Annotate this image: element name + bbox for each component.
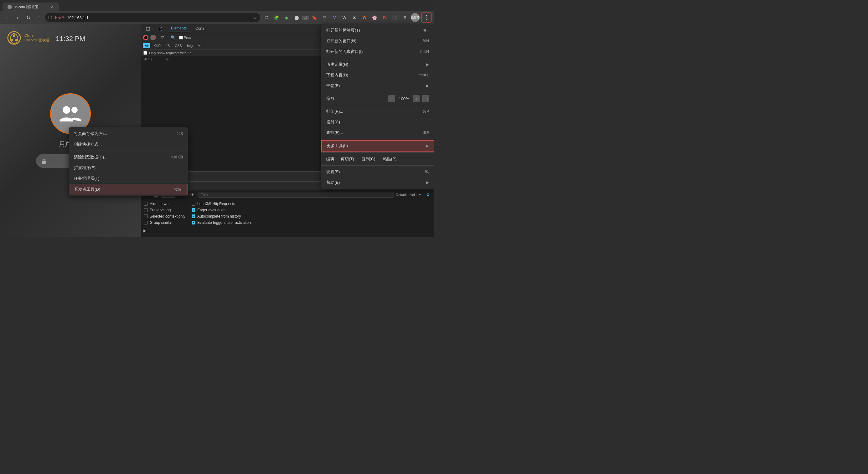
bookmark-icon[interactable]: ☆: [253, 15, 257, 20]
chrome-menu-bookmarks[interactable]: 书签(B) ▶: [321, 81, 434, 91]
unicom-logo: China unicom中国联通: [6, 30, 49, 46]
option-group-similar: Group similar: [144, 220, 185, 225]
menu-dots-button[interactable]: ⋮: [422, 12, 432, 23]
security-label: 不安全: [54, 15, 65, 20]
chrome-menu-new-window[interactable]: 打开新的窗口(N) ⌘N: [321, 36, 434, 46]
chrome-menu-find[interactable]: 查找(F)... ⌘F: [321, 127, 434, 138]
chrome-menu: 打开新的标签页(T) ⌘T 打开新的窗口(N) ⌘N 打开新的无痕窗口(I) ⇧…: [321, 24, 434, 189]
default-levels-arrow[interactable]: ▼: [418, 193, 422, 196]
windscribe-ext-icon[interactable]: W: [340, 13, 349, 22]
chrome-menu-more-tools[interactable]: 更多工具(L) ▶: [321, 140, 434, 152]
paste-button[interactable]: 粘贴(P): [382, 156, 398, 162]
search-network-button[interactable]: 🔍: [168, 33, 177, 42]
expand-arrow[interactable]: ▶: [141, 227, 434, 234]
unicom-knot-icon: [6, 30, 22, 46]
reload-button[interactable]: ↻: [24, 13, 33, 22]
unicom-line1: China: [24, 33, 49, 38]
zoom-minus-button[interactable]: −: [388, 95, 395, 102]
option-evaluate-triggers: ✓ Evaluate triggers user activation: [192, 220, 251, 225]
forward-button[interactable]: ›: [13, 13, 22, 22]
svg-point-2: [10, 39, 13, 41]
mail-ext-icon[interactable]: ✉: [350, 13, 359, 22]
chrome-menu-new-tab[interactable]: 打开新的标签页(T) ⌘T: [321, 25, 434, 36]
filter-button[interactable]: ▽: [158, 33, 166, 42]
filter-tab-css[interactable]: CSS: [173, 43, 184, 48]
filter-tab-all[interactable]: All: [143, 43, 150, 48]
log-xmlhttp-checkbox[interactable]: [192, 202, 195, 206]
browser-tab[interactable]: unicom中国联通 ✕: [2, 2, 59, 11]
circle-ext-icon[interactable]: ⬤: [292, 13, 301, 22]
selected-context-checkbox[interactable]: [144, 215, 148, 218]
only-show-checkbox[interactable]: [144, 51, 147, 55]
unicom-text: China unicom中国联通: [24, 33, 49, 43]
verti-ext-icon[interactable]: V: [330, 13, 339, 22]
profile-button[interactable]: 已暂停: [411, 13, 420, 22]
clear-button[interactable]: 🚫: [150, 35, 156, 40]
option-eager-evaluation: ✓ Eager evaluation: [192, 208, 251, 212]
menu-divider: [69, 151, 188, 151]
toolbar-extension-icons: 🛡 🧩 ◆ ⬤ off 🔖 ▽ V W ✉ G 🌸 D ⬛ 🖥: [262, 13, 409, 22]
chrome-menu-print[interactable]: 打印(P)... ⌘P: [321, 106, 434, 117]
feedly-ext-icon[interactable]: ◆: [282, 13, 291, 22]
back-button[interactable]: ‹: [2, 13, 11, 22]
hide-network-checkbox[interactable]: [144, 202, 148, 206]
zoom-plus-button[interactable]: +: [413, 95, 420, 102]
menu-item-devtools[interactable]: 开发者工具(D) ⌥⌘I: [69, 184, 188, 195]
eager-eval-checkbox[interactable]: ✓: [192, 208, 195, 212]
browser-toolbar: ‹ › ↻ ⌂ ⓘ 不安全 192.168.1.1 ☆ 🛡 🧩 ◆ ⬤ off …: [0, 11, 434, 24]
fullscreen-button[interactable]: ⛶: [422, 95, 429, 102]
filter-tab-js[interactable]: JS: [164, 43, 172, 48]
chrome-menu-cast[interactable]: 投射(C)...: [321, 117, 434, 127]
filter-tab-img[interactable]: Img: [185, 43, 194, 48]
preserve-log-cb[interactable]: [144, 208, 148, 212]
console-options: Hide network Preserve log Selected conte…: [141, 199, 434, 227]
menu-item-clear-data[interactable]: 清除浏览数据(C)... ⇧⌘⌫: [69, 152, 188, 162]
home-button[interactable]: ⌂: [34, 13, 43, 22]
cut-button[interactable]: 剪切(T): [339, 156, 355, 162]
off-badge[interactable]: off: [302, 15, 309, 20]
chrome-menu-history[interactable]: 历史记录(H) ▶: [321, 59, 434, 70]
diigo-ext-icon[interactable]: D: [380, 13, 389, 22]
autocomplete-history-checkbox[interactable]: ✓: [192, 215, 195, 218]
shield-ext-icon[interactable]: 🛡: [262, 13, 271, 22]
record-button[interactable]: ⬤: [143, 35, 148, 40]
menu-item-save-page[interactable]: 将页面存储为(A)... ⌘S: [69, 128, 188, 139]
address-bar[interactable]: ⓘ 不安全 192.168.1.1 ☆: [45, 13, 260, 22]
preserve-log-checkbox[interactable]: [179, 36, 183, 39]
tab-title: unicom中国联通: [14, 5, 38, 9]
filter-tab-xhr[interactable]: XHR: [152, 43, 162, 48]
option-hide-network: Hide network: [144, 201, 185, 206]
svg-rect-6: [42, 161, 46, 164]
dropdown-ext-icon[interactable]: ▽: [320, 13, 329, 22]
chrome-menu-downloads[interactable]: 下载内容(D) ⌥⌘L: [321, 70, 434, 81]
devtools-tab-elements[interactable]: Elements: [168, 25, 189, 32]
grammarly-ext-icon[interactable]: G: [360, 13, 369, 22]
menu-item-extensions[interactable]: 扩展程序(E): [69, 162, 188, 173]
devtools-cursor-icon[interactable]: ⬚: [144, 24, 152, 33]
devtools-tab-console[interactable]: Cons: [193, 25, 207, 32]
tab-close[interactable]: ✕: [51, 5, 54, 9]
chrome-divider-2: [321, 92, 434, 92]
evaluate-triggers-checkbox[interactable]: ✓: [192, 221, 195, 224]
console-settings-icon[interactable]: ⚙: [423, 190, 432, 199]
chrome-divider-4: [321, 139, 434, 139]
console-filter-input[interactable]: [198, 192, 394, 197]
copy-button[interactable]: 复制(C): [361, 156, 377, 162]
menu-item-task-manager[interactable]: 任务管理器(T): [69, 173, 188, 184]
console-eye-icon[interactable]: 👁: [188, 190, 197, 199]
puzzle-ext-icon[interactable]: 🧩: [272, 13, 281, 22]
pocket-ext-icon[interactable]: 🔖: [310, 13, 319, 22]
chrome-menu-incognito[interactable]: 打开新的无痕窗口(I) ⇧⌘N: [321, 46, 434, 57]
security-icon: ⓘ: [48, 15, 52, 20]
chrome-menu-help[interactable]: 帮助(E) ▶: [321, 177, 434, 188]
chrome-menu-settings[interactable]: 设置(S) ⌘,: [321, 166, 434, 177]
menu-item-create-shortcut[interactable]: 创建快捷方式...: [69, 139, 188, 150]
svg-point-5: [71, 107, 78, 113]
group-similar-checkbox[interactable]: [144, 221, 148, 224]
monitor-ext-icon[interactable]: 🖥: [400, 13, 409, 22]
lastpass-ext-icon[interactable]: ⬛: [390, 13, 399, 22]
devtools-mobile-icon[interactable]: 📱: [156, 24, 165, 33]
pearltrees-ext-icon[interactable]: 🌸: [370, 13, 379, 22]
filter-tab-me[interactable]: Me: [196, 43, 204, 48]
options-col-left: Hide network Preserve log Selected conte…: [144, 201, 185, 225]
